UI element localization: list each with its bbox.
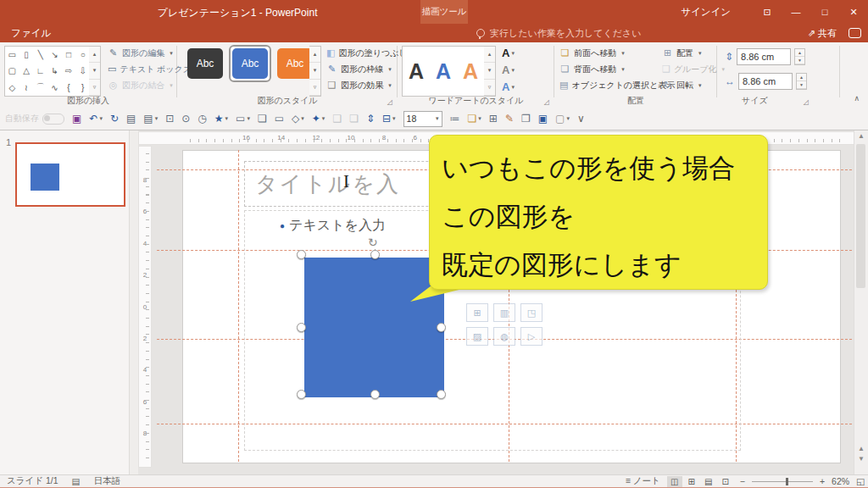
- styles-up-icon[interactable]: ▴: [309, 47, 320, 63]
- rounded-rectangle-shape-icon[interactable]: ▢: [5, 63, 19, 79]
- comments-icon[interactable]: [849, 28, 861, 38]
- shape-effect-icon[interactable]: ✦▾: [312, 113, 326, 125]
- object-size-icon[interactable]: ⊟▾: [382, 113, 396, 125]
- toolbar-overflow-icon[interactable]: ∨: [577, 113, 585, 125]
- edit-shape-button[interactable]: ✎図形の編集▾: [108, 47, 175, 59]
- zoom-in-button[interactable]: +: [820, 476, 825, 486]
- new-slide-icon[interactable]: ▤: [126, 113, 136, 125]
- arc-shape-icon[interactable]: ⌒: [33, 80, 47, 96]
- width-stepper[interactable]: ▲▼: [796, 73, 807, 90]
- wordart-down-icon[interactable]: ▾: [484, 63, 495, 79]
- send-backward-button[interactable]: ❏背面へ移動▾: [559, 63, 659, 75]
- previous-slide-icon[interactable]: ▲: [854, 445, 868, 452]
- reorder-objects-icon[interactable]: ❏▾: [468, 113, 481, 125]
- wordart-style-orange[interactable]: A: [463, 59, 478, 84]
- line-shape-icon[interactable]: ╲: [33, 47, 47, 63]
- shape-style-dark[interactable]: Abc: [184, 45, 226, 82]
- resize-handle[interactable]: [297, 250, 306, 259]
- share-button[interactable]: ⇗ 共有: [808, 27, 837, 40]
- insert-video-icon[interactable]: ▷: [520, 327, 542, 346]
- rotate-button[interactable]: ↻回転▾: [662, 79, 715, 92]
- resize-handle[interactable]: [437, 390, 446, 399]
- bullet-list-icon[interactable]: ≔: [450, 113, 460, 125]
- text-fill-button[interactable]: A▾: [502, 47, 536, 60]
- shape-style-blue[interactable]: Abc: [229, 45, 271, 82]
- slide-layout-icon[interactable]: ▤▾: [143, 113, 158, 125]
- dialog-launcher-icon[interactable]: ◿: [804, 98, 809, 106]
- sign-in-button[interactable]: サインイン: [681, 6, 731, 19]
- wordart-style-blue[interactable]: A: [436, 59, 451, 84]
- animation-preview-icon[interactable]: ★▾: [214, 113, 228, 125]
- dialog-launcher-icon[interactable]: ◿: [387, 98, 392, 106]
- selection-pane-button[interactable]: ▤オブジェクトの選択と表示: [559, 79, 659, 92]
- insert-textbox-icon[interactable]: ▭: [275, 113, 284, 125]
- rehearse-timings-icon[interactable]: ◷: [198, 113, 206, 125]
- vertical-scrollbar[interactable]: ▲ ▲ ▼: [854, 130, 868, 474]
- thumbnail-scrollbar[interactable]: [129, 130, 138, 474]
- insert-shape-icon[interactable]: ◇▾: [292, 113, 304, 125]
- gallery-up-icon[interactable]: ▴: [89, 47, 100, 63]
- insert-table-icon[interactable]: ⊞: [466, 303, 488, 322]
- insert-chart-icon[interactable]: ▥: [493, 303, 515, 322]
- bring-forward-button[interactable]: ❏前面へ移動▾: [559, 47, 659, 59]
- text-effects-button[interactable]: A▾: [502, 80, 536, 94]
- resize-handle[interactable]: [297, 390, 306, 399]
- zoom-out-button[interactable]: −: [740, 476, 745, 486]
- resize-handle[interactable]: [297, 323, 306, 332]
- object-height-icon[interactable]: ⇕: [366, 113, 375, 125]
- triangle-shape-icon[interactable]: △: [19, 63, 34, 79]
- next-slide-icon[interactable]: ▼: [854, 455, 868, 463]
- shape-height-input[interactable]: 8.86 cm: [737, 48, 791, 65]
- autosave-toggle[interactable]: 自動保存: [5, 113, 64, 125]
- tab-file[interactable]: ファイル: [0, 24, 94, 42]
- body-text-placeholder[interactable]: ● テキストを入力: [280, 217, 386, 235]
- styles-more-icon[interactable]: ▿: [309, 80, 320, 96]
- duplicate-shape-icon[interactable]: ❏: [258, 113, 267, 125]
- slide-sorter-view-button[interactable]: ⊞: [684, 476, 699, 487]
- new-window-icon[interactable]: ❐: [521, 113, 531, 125]
- collapse-ribbon-icon[interactable]: ∧: [854, 94, 860, 103]
- resize-handle[interactable]: [370, 250, 380, 259]
- group-objects-icon[interactable]: ❑: [332, 113, 342, 125]
- textbox-shape-icon[interactable]: ▭: [5, 47, 19, 63]
- scroll-up-icon[interactable]: ▲: [854, 132, 868, 140]
- left-brace-shape-icon[interactable]: {: [62, 80, 76, 96]
- proofing-icon[interactable]: ▤: [72, 476, 81, 486]
- maximize-icon[interactable]: □: [810, 0, 839, 24]
- dialog-launcher-icon[interactable]: ◿: [544, 98, 549, 106]
- minimize-icon[interactable]: —: [782, 0, 810, 24]
- right-arrow-shape-icon[interactable]: ⇨: [62, 63, 76, 79]
- redo-icon[interactable]: ↻: [110, 113, 119, 125]
- slideshow-from-current-icon[interactable]: ⊙: [181, 113, 190, 125]
- close-icon[interactable]: ✕: [839, 0, 868, 24]
- elbow-arrow-shape-icon[interactable]: ↳: [47, 63, 62, 79]
- height-stepper[interactable]: ▲▼: [794, 48, 805, 65]
- format-painter-icon[interactable]: ✎: [505, 113, 514, 125]
- fit-to-window-icon[interactable]: ◱: [856, 476, 865, 486]
- zoom-slider-thumb[interactable]: [786, 478, 788, 485]
- save-icon[interactable]: ▣: [72, 113, 81, 125]
- shape-effects-button[interactable]: ❑図形の効果▾: [326, 79, 396, 92]
- elbow-connector-shape-icon[interactable]: ∟: [33, 63, 47, 79]
- wordart-more-icon[interactable]: ▿: [484, 80, 495, 96]
- start-slideshow-icon[interactable]: ⊡: [165, 113, 174, 125]
- down-arrow-shape-icon[interactable]: ⇩: [75, 63, 90, 79]
- gallery-down-icon[interactable]: ▾: [89, 63, 100, 79]
- shape-outline-toggle-icon[interactable]: ▢▾: [555, 113, 570, 125]
- shape-quick-style-icon[interactable]: ▭▾: [236, 113, 250, 125]
- text-box-button[interactable]: ▭テキスト ボックス▾: [108, 63, 175, 75]
- shape-fill-toggle-icon[interactable]: ▣: [538, 113, 548, 125]
- slide-thumbnail[interactable]: [15, 142, 125, 207]
- resize-handle[interactable]: [370, 390, 380, 399]
- slideshow-view-button[interactable]: ⊡: [718, 476, 733, 487]
- text-outline-button[interactable]: A▾: [502, 64, 536, 77]
- tell-me-box[interactable]: 実行したい作業を入力してください: [476, 24, 642, 42]
- shape-outline-button[interactable]: ✎図形の枠線▾: [326, 63, 396, 75]
- resize-handle[interactable]: [437, 323, 446, 332]
- ribbon-display-options-icon[interactable]: ⊡: [753, 0, 782, 24]
- styles-down-icon[interactable]: ▾: [309, 63, 320, 79]
- align-button[interactable]: ⊞配置▾: [662, 47, 715, 59]
- notes-button[interactable]: ≡ ノート: [626, 475, 660, 487]
- undo-icon[interactable]: ↶▾: [89, 113, 103, 125]
- wordart-up-icon[interactable]: ▴: [484, 47, 495, 63]
